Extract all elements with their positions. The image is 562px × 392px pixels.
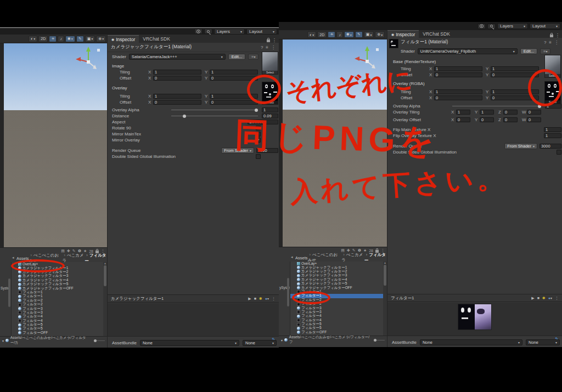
render-queue-field[interactable]: 3000 [256,148,278,153]
overlay-alpha-slider[interactable] [171,110,258,110]
camera-dropdown-button[interactable]: ▣▾ [364,31,374,38]
stop-icon[interactable]: ■ [537,296,539,300]
help-icon[interactable]: ? [544,40,546,45]
lock-icon[interactable] [267,39,270,42]
overlay-offset4-w-field[interactable]: 0 [527,117,541,122]
overlay-tiling4-y-field[interactable]: 1 [480,110,494,115]
render-queue-dropdown[interactable]: From Shader▾ [221,147,254,154]
breadcrumb-item[interactable]: Assets [16,256,29,261]
tab-vrchat-sdk[interactable]: VRChat SDK [139,35,174,43]
assetbundle-name-dropdown[interactable]: None▾ [420,339,522,345]
mirror-overlay-checkbox[interactable]: ✓ [256,138,261,143]
kebab-menu-icon[interactable]: ⋮ [272,37,277,43]
overlay-texture-thumbnail[interactable]: Select [262,82,278,105]
preview-orb-icon[interactable]: ●▾ [265,297,269,300]
audio-toggle-button[interactable]: ♪ [336,31,343,38]
assetbundle-variant-dropdown[interactable]: None▾ [526,339,560,345]
select-texture-button[interactable]: Select [262,101,278,104]
base-tiling-y-field[interactable]: 1 [491,66,539,71]
overlay-texture-thumbnail[interactable]: Select [544,81,561,104]
overlay-tiling-x-field[interactable]: 1 [434,89,482,94]
image-offset-x-field[interactable]: 0 [153,76,201,81]
assetbundle-variant-dropdown[interactable]: None▾ [243,340,277,346]
overlay-tiling-x-field[interactable]: 1 [153,94,201,99]
layers-dropdown[interactable]: Layers▾ [214,29,245,35]
play-icon[interactable]: ▶ [531,296,534,300]
stop-icon[interactable]: ■ [254,297,256,300]
overlay-tiling-y-field[interactable]: 1 [210,94,258,99]
scrollbar-thumb[interactable] [8,279,10,307]
render-queue-field[interactable]: 3000 [539,144,561,149]
breadcrumb-back-icon[interactable]: ◂ [12,255,14,260]
gizmos-dropdown-button[interactable]: ⊕▾ [96,36,106,42]
help-icon[interactable]: ? [261,45,263,50]
aspect-field[interactable]: 1.777778 [248,120,278,124]
base-offset-x-field[interactable]: 0 [434,72,482,77]
2d-toggle-button[interactable]: 2D [317,31,327,38]
collab-history-button[interactable] [477,24,486,29]
gizmos-dropdown-button[interactable]: ⊕▾ [375,31,385,38]
image-offset-y-field[interactable]: 0 [210,76,258,81]
collab-history-button[interactable] [194,29,203,34]
search-button[interactable] [487,24,496,29]
mirror-maintex-checkbox[interactable] [256,132,261,137]
scene-view[interactable] [4,43,107,247]
particles-icon[interactable]: ✱ [259,297,262,301]
lock-icon[interactable] [550,35,553,37]
chevron-down-icon[interactable]: ▾ [281,338,283,342]
shader-extra-button[interactable]: ≡▾ [248,54,258,60]
scrollbar-thumb[interactable] [287,278,289,306]
overlay-tiling-y-field[interactable]: 1 [491,89,539,94]
tab-inspector[interactable]: ◉Inspector [387,30,419,38]
list-scrollbar[interactable]: ▲ [103,262,107,336]
overlay-offset4-y-field[interactable]: 0 [480,117,494,122]
presets-icon[interactable]: ≡ [266,45,268,50]
edit-shader-button[interactable]: Edit... [228,54,245,60]
preview-orb-icon[interactable]: ●▾ [548,296,552,300]
shading-mode-button[interactable]: ◐▾ [29,36,37,42]
base-texture-thumbnail[interactable]: Select [544,55,561,78]
chevron-down-icon[interactable]: ▾ [2,339,4,343]
zoom-slider[interactable] [374,340,385,340]
shading-mode-button[interactable]: ◐▾ [307,31,316,38]
search-button[interactable] [204,29,212,34]
distance-field[interactable]: 0.09 [262,113,278,118]
list-scrollbar[interactable]: ▲ [383,262,387,336]
dsgi-checkbox[interactable] [256,154,261,159]
dsgi-checkbox[interactable] [557,150,561,155]
preview-header[interactable]: フィルター1 ▶ ■ ✱ ●▾ ⋮ [387,294,562,302]
base-tiling-x-field[interactable]: 1 [434,66,482,71]
transform-gizmo[interactable] [74,44,103,75]
select-texture-button[interactable]: Select [545,74,560,77]
list-item[interactable]: フィルターOFF [290,331,383,334]
layout-dropdown[interactable]: Layout▾ [530,23,560,29]
kebab-menu-icon[interactable]: ⋮ [272,297,276,301]
layers-dropdown[interactable]: Layers▾ [497,23,528,29]
gizmo-paint-button[interactable]: ✎ [355,31,363,38]
lighting-toggle-button[interactable]: ☀ [328,31,335,38]
camera-dropdown-button[interactable]: ▣▾ [85,36,95,42]
gizmo-paint-button[interactable]: ✎ [76,36,84,42]
list-item[interactable]: フィルターOFF [12,331,103,335]
image-texture-thumbnail[interactable]: Select [262,52,278,75]
play-icon[interactable]: ▶ [248,297,251,301]
preview-header[interactable]: カメラジャックフィルター1 ▶ ■ ✱ ●▾ ⋮ [108,294,279,303]
scene-view[interactable] [283,39,387,247]
lighting-toggle-button[interactable]: ☀ [49,36,57,42]
effects-dropdown-button[interactable]: ✱▾ [344,31,354,38]
select-texture-button[interactable]: Select [262,71,278,74]
2d-toggle-button[interactable]: 2D [38,36,48,42]
overlay-tiling4-x-field[interactable]: 1 [456,110,470,115]
image-tiling-x-field[interactable]: 1 [153,70,201,75]
audio-toggle-button[interactable]: ♪ [58,36,64,42]
effects-dropdown-button[interactable]: ✱▾ [65,36,75,42]
overlay-offset4-x-field[interactable]: 0 [456,117,470,122]
zoom-slider[interactable] [94,340,105,341]
kebab-menu-icon[interactable]: ⋮ [555,296,559,300]
kebab-menu-icon[interactable]: ⋮ [271,45,276,50]
shader-extra-button[interactable]: ≡▾ [540,48,550,54]
overlay-tiling4-w-field[interactable]: 0 [527,110,541,115]
tab-inspector[interactable]: ◉Inspector [108,35,139,43]
breadcrumb-back-icon[interactable]: ◂ [291,255,293,259]
breadcrumb-item[interactable]: Assets [295,255,308,260]
